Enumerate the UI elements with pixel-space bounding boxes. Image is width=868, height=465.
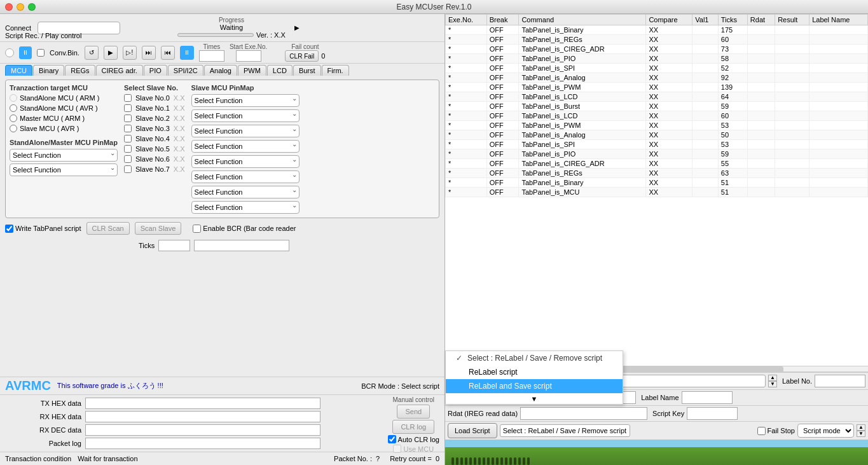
radio-master-arm[interactable]: Master MCU ( ARM ) (10, 115, 118, 122)
table-row[interactable]: * OFF TabPanel_is_LCD XX 64 (446, 92, 868, 102)
data-table[interactable]: Exe.No. Break Command Compare Val1 Ticks… (445, 14, 868, 366)
auto-clr-log-check[interactable] (388, 435, 396, 443)
radio-master-arm-input[interactable] (10, 115, 17, 122)
send-button[interactable]: Send (397, 405, 430, 419)
step-btn[interactable]: ▷! (123, 46, 137, 60)
standalone-func-select-2[interactable]: Select Function (10, 163, 118, 176)
ticks-input[interactable] (158, 240, 190, 251)
script-mode-down-btn[interactable]: ▼ (857, 431, 865, 437)
tab-lcd[interactable]: LCD (267, 65, 293, 76)
slave-1-check[interactable] (124, 104, 132, 112)
start-btn[interactable]: ⏮ (161, 46, 175, 60)
select-script-dropdown[interactable]: Select : ReLabel / Save / Remove script (500, 424, 630, 437)
rx-hex-input[interactable] (85, 411, 320, 422)
slave-3-check[interactable] (124, 125, 132, 132)
slave-func-select-3[interactable]: Select Function (191, 125, 300, 137)
slave-func-select-8[interactable]: Select Function (191, 201, 300, 214)
radio-on[interactable] (5, 48, 14, 57)
fail-stop-check[interactable] (757, 427, 766, 435)
tab-pio[interactable]: PIO (144, 65, 167, 76)
table-row[interactable]: * OFF TabPanel_is_PIO XX 59 (446, 149, 868, 159)
radio-slave-avr[interactable]: Slave MCU ( AVR ) (10, 125, 118, 132)
clr-fail-button[interactable]: CLR Fail (285, 50, 319, 62)
forward-btn[interactable]: ⏭ (142, 46, 156, 60)
clr-scan-button[interactable]: CLR Scan (86, 222, 130, 235)
tab-analog[interactable]: Analog (204, 65, 237, 76)
start-exe-input[interactable]: 0 (236, 50, 261, 62)
label-no-input[interactable] (815, 375, 865, 387)
pause-icon[interactable]: ⏸ (19, 46, 32, 59)
conv-bin-checkbox[interactable] (37, 49, 45, 57)
cmd-up-btn[interactable]: ▲ (768, 375, 777, 381)
label-name-input[interactable] (682, 391, 733, 404)
fail-stop-item[interactable]: Fail Stop (757, 427, 795, 435)
table-row[interactable]: * OFF TabPanel_is_Burst XX 59 (446, 102, 868, 111)
write-tabpanel-check[interactable] (5, 225, 13, 233)
slave-2-check[interactable] (124, 115, 132, 122)
table-row[interactable]: * OFF TabPanel_is_PWM XX 53 (446, 121, 868, 130)
slave-func-select-5[interactable]: Select Function (191, 155, 300, 168)
bcr-input[interactable] (194, 240, 289, 251)
tab-pwm[interactable]: PWM (238, 65, 266, 76)
table-row[interactable]: * OFF TabPanel_is_CIREG_ADR XX 73 (446, 45, 868, 54)
slave-func-select-2[interactable]: Select Function (191, 109, 300, 122)
slave-4-check[interactable] (124, 135, 132, 142)
tab-spi[interactable]: SPI/I2C (168, 65, 203, 76)
table-row[interactable]: * OFF TabPanel_is_CIREG_ADR XX 55 (446, 159, 868, 169)
script-mode-select[interactable]: Script mode (797, 424, 854, 438)
minimize-button[interactable] (17, 3, 24, 11)
enable-bcr-check[interactable] (193, 225, 201, 233)
slave-6-check[interactable] (124, 155, 132, 163)
slave-func-select-4[interactable]: Select Function (191, 140, 300, 153)
table-row[interactable]: * OFF TabPanel_is_LCD XX 60 (446, 111, 868, 121)
table-row[interactable]: * OFF TabPanel_is_Analog XX 50 (446, 130, 868, 140)
times-input[interactable]: 10 (199, 50, 224, 62)
close-button[interactable] (5, 3, 13, 11)
enable-bcr-item[interactable]: Enable BCR (Bar code reader (193, 225, 296, 233)
play-btn[interactable]: ▶ (104, 46, 118, 60)
rdat-input[interactable] (520, 407, 647, 420)
slave-7-check[interactable] (124, 165, 132, 173)
tab-mcu[interactable]: MCU (5, 65, 32, 76)
pause2-btn[interactable]: ⏸ (180, 46, 194, 60)
table-row[interactable]: * OFF TabPanel_is_Binary XX 51 (446, 178, 868, 188)
tab-regs[interactable]: REGs (65, 65, 95, 76)
table-row[interactable]: * OFF TabPanel_is_MCU XX 51 (446, 188, 868, 197)
slave-0-check[interactable] (124, 94, 132, 102)
radio-standalone-avr-input[interactable] (10, 104, 17, 112)
radio-slave-avr-input[interactable] (10, 125, 17, 132)
dropdown-item-relabel[interactable]: ReLabel script (446, 365, 623, 379)
load-script-button[interactable]: Load Script (448, 423, 497, 438)
slave-func-select-7[interactable]: Select Function (191, 186, 300, 198)
tab-firm[interactable]: Firm. (322, 65, 349, 76)
clr-log-button[interactable]: CLR log (392, 420, 434, 434)
table-row[interactable]: * OFF TabPanel_is_Analog XX 92 (446, 73, 868, 83)
rewind-btn[interactable]: ↺ (85, 46, 99, 60)
table-row[interactable]: * OFF TabPanel_is_REGs XX 60 (446, 35, 868, 45)
cmd-down-btn[interactable]: ▼ (768, 381, 777, 387)
dropdown-item-relabel-save2[interactable]: ReLabel and Save script (446, 379, 623, 393)
slave-5-check[interactable] (124, 145, 132, 153)
slave-func-select-1[interactable]: Select Function (191, 94, 300, 107)
table-row[interactable]: * OFF TabPanel_is_PWM XX 139 (446, 83, 868, 92)
radio-standalone-avr[interactable]: StandAlone MCU ( AVR ) (10, 104, 118, 112)
maximize-button[interactable] (28, 3, 36, 11)
slave-func-select-6[interactable]: Select Function (191, 170, 300, 183)
dropdown-item-relabel-save[interactable]: ✓ Select : ReLabel / Save / Remove scrip… (446, 351, 623, 365)
tab-binary[interactable]: Binary (33, 65, 64, 76)
standalone-func-select-1[interactable]: Select Function (10, 149, 118, 162)
table-row[interactable]: * OFF TabPanel_is_PIO XX 58 (446, 54, 868, 64)
dropdown-menu[interactable]: ✓ Select : ReLabel / Save / Remove scrip… (445, 350, 623, 405)
auto-clr-log-item[interactable]: Auto CLR log (388, 435, 439, 443)
table-row[interactable]: * OFF TabPanel_is_SPI XX 53 (446, 140, 868, 149)
use-mcu-item[interactable]: Use MCU (393, 445, 434, 453)
dropdown-more[interactable]: ▼ (446, 393, 623, 404)
scan-slave-button[interactable]: Scan Slave (135, 222, 182, 235)
window-controls[interactable] (5, 3, 36, 11)
rx-dec-input[interactable] (85, 424, 320, 436)
tx-hex-input[interactable] (85, 398, 320, 409)
table-row[interactable]: * OFF TabPanel_is_REGs XX 63 (446, 169, 868, 178)
write-tabpanel-item[interactable]: Write TabPanel script (5, 225, 81, 233)
script-mode-up-btn[interactable]: ▲ (857, 424, 865, 431)
tab-cireg[interactable]: CIREG adr. (96, 65, 143, 76)
